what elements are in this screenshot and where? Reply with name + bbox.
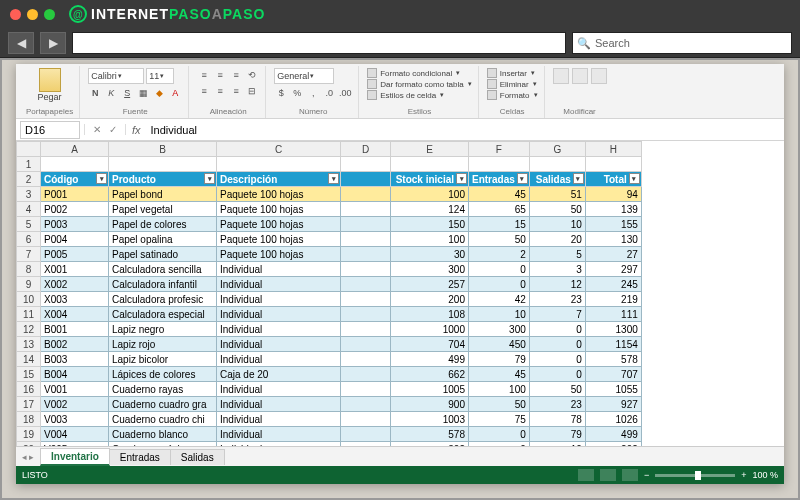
row-header[interactable]: 15 (17, 367, 41, 382)
cell[interactable]: 10 (529, 217, 585, 232)
cell[interactable]: Individual (217, 382, 341, 397)
cell[interactable]: 1005 (391, 382, 469, 397)
cell[interactable]: Papel vegetal (109, 202, 217, 217)
font-name-select[interactable]: Calibri▾ (88, 68, 144, 84)
cell[interactable]: V001 (41, 382, 109, 397)
cell[interactable]: 65 (469, 202, 530, 217)
cell[interactable]: 50 (469, 232, 530, 247)
page-layout-view-button[interactable] (600, 469, 616, 481)
close-window-button[interactable] (10, 9, 21, 20)
cell[interactable]: 1300 (585, 322, 641, 337)
cell[interactable]: 1055 (585, 382, 641, 397)
cell[interactable]: 3 (529, 262, 585, 277)
cell[interactable]: Paquete 100 hojas (217, 232, 341, 247)
cell[interactable]: 150 (391, 217, 469, 232)
cell[interactable]: 139 (585, 202, 641, 217)
cell-styles-button[interactable]: Estilos de celda▾ (367, 90, 472, 100)
cell[interactable]: 51 (529, 187, 585, 202)
cell[interactable]: P003 (41, 217, 109, 232)
row-header[interactable]: 3 (17, 187, 41, 202)
cell[interactable]: 245 (585, 277, 641, 292)
cell[interactable]: Paquete 100 hojas (217, 202, 341, 217)
cell[interactable] (341, 427, 391, 442)
cell[interactable] (341, 337, 391, 352)
underline-button[interactable]: S (120, 86, 134, 100)
number-format-select[interactable]: General▾ (274, 68, 334, 84)
cell[interactable]: 50 (529, 202, 585, 217)
cell[interactable] (341, 277, 391, 292)
cell[interactable]: 124 (391, 202, 469, 217)
align-middle-button[interactable]: ≡ (213, 68, 227, 82)
cell[interactable]: 100 (391, 187, 469, 202)
row-header[interactable]: 12 (17, 322, 41, 337)
cell[interactable] (341, 247, 391, 262)
fx-icon[interactable]: fx (126, 124, 147, 136)
cell[interactable]: 0 (469, 262, 530, 277)
table-column-header[interactable]: Descripción▾ (217, 172, 341, 187)
sheet-tab-salidas[interactable]: Salidas (170, 449, 225, 465)
cell[interactable]: 1026 (585, 412, 641, 427)
minimize-window-button[interactable] (27, 9, 38, 20)
spreadsheet-grid[interactable]: ABCDEFGH 12Código▾Producto▾Descripción▾S… (16, 141, 784, 446)
cell[interactable]: Paquete 100 hojas (217, 187, 341, 202)
filter-button[interactable]: ▾ (573, 173, 584, 184)
maximize-window-button[interactable] (44, 9, 55, 20)
cell[interactable]: Calculadora profesic (109, 292, 217, 307)
cell[interactable]: 79 (529, 427, 585, 442)
cell[interactable]: 7 (529, 307, 585, 322)
page-break-view-button[interactable] (622, 469, 638, 481)
row-header[interactable]: 19 (17, 427, 41, 442)
cell[interactable]: 1154 (585, 337, 641, 352)
cell[interactable]: Calculadora infantil (109, 277, 217, 292)
cell[interactable]: 23 (529, 292, 585, 307)
column-header[interactable]: H (585, 142, 641, 157)
cell[interactable]: Individual (217, 397, 341, 412)
cell[interactable]: 292 (585, 442, 641, 447)
cell[interactable]: Papel bond (109, 187, 217, 202)
cell[interactable]: 45 (469, 367, 530, 382)
cell[interactable]: V005 (41, 442, 109, 447)
cell[interactable]: Cuaderno cuadro chi (109, 412, 217, 427)
cell[interactable]: P005 (41, 247, 109, 262)
cell[interactable]: 94 (585, 187, 641, 202)
cell[interactable]: 10 (469, 307, 530, 322)
row-header[interactable]: 7 (17, 247, 41, 262)
cell[interactable] (585, 157, 641, 172)
cell[interactable] (529, 157, 585, 172)
cell[interactable] (341, 412, 391, 427)
cell[interactable]: Cuaderno blanco (109, 427, 217, 442)
row-header[interactable]: 20 (17, 442, 41, 447)
filter-button[interactable]: ▾ (96, 173, 107, 184)
column-header[interactable]: F (469, 142, 530, 157)
cell[interactable]: X001 (41, 262, 109, 277)
cell[interactable]: V002 (41, 397, 109, 412)
cell[interactable]: 1003 (391, 412, 469, 427)
insert-cells-button[interactable]: Insertar▾ (487, 68, 538, 78)
cell[interactable]: Calculadora especial (109, 307, 217, 322)
cell[interactable] (109, 157, 217, 172)
cell[interactable]: 200 (391, 292, 469, 307)
cell[interactable]: Papel de colores (109, 217, 217, 232)
currency-button[interactable]: $ (274, 86, 288, 100)
cell[interactable] (341, 232, 391, 247)
row-header[interactable]: 6 (17, 232, 41, 247)
filter-button[interactable]: ▾ (204, 173, 215, 184)
table-column-header[interactable]: Stock inicial▾ (391, 172, 469, 187)
cell[interactable]: Individual (217, 337, 341, 352)
row-header[interactable]: 4 (17, 202, 41, 217)
cell[interactable]: Lápices de colores (109, 367, 217, 382)
formula-input[interactable]: Individual (147, 124, 784, 136)
orientation-button[interactable]: ⟲ (245, 68, 259, 82)
cell[interactable]: 0 (529, 352, 585, 367)
cell[interactable]: 50 (469, 397, 530, 412)
cell[interactable]: Cuaderno rayas (109, 382, 217, 397)
cell[interactable]: 2 (469, 247, 530, 262)
cell[interactable]: 219 (585, 292, 641, 307)
url-input[interactable] (72, 32, 566, 54)
cell[interactable]: Paquete 100 hojas (217, 217, 341, 232)
zoom-thumb[interactable] (695, 471, 701, 480)
row-header[interactable]: 16 (17, 382, 41, 397)
cell[interactable]: 499 (585, 427, 641, 442)
column-header[interactable]: D (341, 142, 391, 157)
align-left-button[interactable]: ≡ (197, 84, 211, 98)
